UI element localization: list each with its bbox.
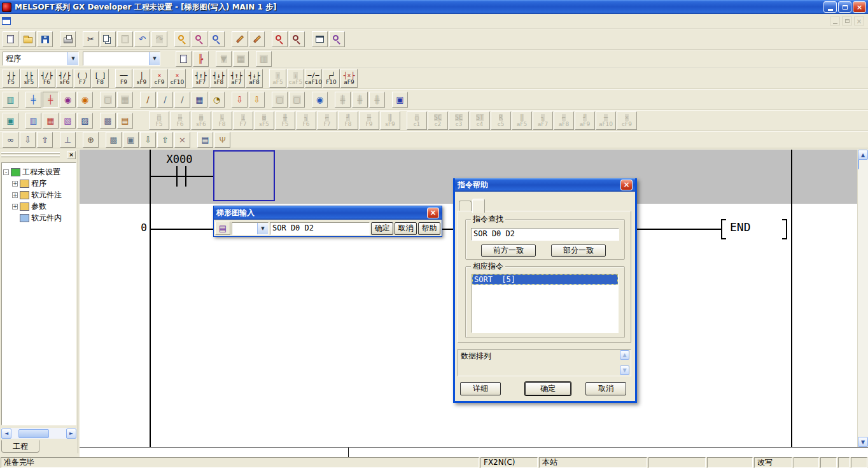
menu-edit[interactable] <box>25 20 35 22</box>
undo-button[interactable]: ↶ <box>134 31 150 47</box>
tree-expander-icon[interactable]: - <box>3 169 9 175</box>
cut-button[interactable]: ✂ <box>83 31 99 47</box>
sfc-se-attribute-button[interactable]: SE c3 <box>449 111 469 130</box>
comment-monitor-button[interactable]: ▣ <box>392 92 408 108</box>
sfc-block-step-button[interactable]: ⊠ sF5 <box>254 111 274 130</box>
minimize-button[interactable] <box>823 1 837 13</box>
close-icon[interactable]: × <box>620 180 633 190</box>
close-icon[interactable]: × <box>427 208 439 218</box>
restore-button[interactable] <box>838 1 851 13</box>
front-match-button[interactable]: 前方一致 <box>481 245 536 257</box>
tree-root-project[interactable]: - 工程未设置 <box>2 166 76 178</box>
falling-pulse-branch-button[interactable]: ┤↓├ aF8 <box>246 69 263 88</box>
sfc-error-step-button[interactable]: ▦ <box>43 113 59 129</box>
sfc-step-jump-button[interactable]: ▧ <box>60 113 76 129</box>
device-comment-button[interactable] <box>232 31 248 47</box>
tree-expander-icon[interactable]: + <box>12 204 18 209</box>
zoom-in-button[interactable] <box>272 31 288 47</box>
closed-contact-button[interactable]: ┤/├ F6 <box>38 69 55 88</box>
application-instruction-button[interactable]: [ ] F8 <box>92 69 109 88</box>
device-test-2-button[interactable]: ╪ <box>352 92 368 108</box>
rising-pulse-button[interactable]: ┤↑├ sF7 <box>192 69 209 88</box>
save-project-button[interactable] <box>37 31 53 47</box>
chevron-down-icon[interactable]: ▼ <box>149 52 160 65</box>
horizontal-line-button[interactable]: ── F9 <box>115 69 132 88</box>
program-check-button[interactable]: ▼ <box>216 51 232 67</box>
sfc-simultaneous-divergence-button[interactable]: ⌐ F7 <box>317 111 337 130</box>
help-button[interactable]: 帮助 <box>418 222 440 235</box>
sfc-step-write-button[interactable]: ▣ <box>3 113 18 129</box>
sfc-st-attribute-button[interactable]: ST c4 <box>470 111 490 130</box>
device-test-3-button[interactable]: ╪ <box>369 92 385 108</box>
delete-horizontal-line-button[interactable]: × cF9 <box>151 69 168 88</box>
open-project-button[interactable] <box>20 31 36 47</box>
sfc-selection-divergence-button[interactable]: ┐ F6 <box>296 111 316 130</box>
monitor-mode-button[interactable]: ◉ <box>60 92 76 108</box>
project-tab[interactable]: 工程 <box>1 440 39 453</box>
sfc-selection-convergence-button[interactable]: ┘ F8 <box>338 111 358 130</box>
program-batch-button[interactable]: ▦ <box>233 51 249 67</box>
scroll-up-icon[interactable]: ▲ <box>620 350 629 360</box>
menu-window[interactable] <box>96 20 106 22</box>
instruction-result-list[interactable]: SORT [5] <box>472 274 619 333</box>
draw-line-button[interactable]: ┌┘ F10 <box>323 69 340 88</box>
sfc-line-delete-button[interactable]: × cF9 <box>617 111 637 130</box>
pc-write-button[interactable]: ⇩ <box>232 92 248 108</box>
multi-screen-button[interactable]: ▣ <box>123 132 139 148</box>
instruction-search-input[interactable]: SOR D0 D2 <box>471 228 619 241</box>
scroll-thumb[interactable] <box>858 159 859 169</box>
open-branch-button[interactable]: ┤├ sF5 <box>20 69 38 88</box>
close-button[interactable]: × <box>853 1 866 13</box>
cut-row-button[interactable]: × <box>174 132 190 148</box>
program-display-button[interactable]: ▢ <box>100 92 116 108</box>
display-format-button[interactable]: ▦ <box>192 92 207 108</box>
new-project-button[interactable] <box>3 31 18 47</box>
list-item-selected[interactable]: SORT [5] <box>472 274 618 285</box>
project-data-list-button[interactable] <box>176 51 192 67</box>
monitor-start-button[interactable]: ◉ <box>312 92 328 108</box>
device-test-1-button[interactable]: ╪ <box>335 92 351 108</box>
zoom-out-button[interactable] <box>289 31 305 47</box>
ladder-logic-test-button[interactable]: ▥ <box>3 92 18 108</box>
panel-grip[interactable] <box>1 155 60 157</box>
ladder-tree-button[interactable]: ╠ <box>193 51 209 67</box>
sfc-simultaneous-draw-button[interactable]: ⌐ aF8 <box>554 111 574 130</box>
vertical-line-button[interactable]: │ sF9 <box>133 69 150 88</box>
menu-view[interactable] <box>55 20 66 22</box>
read-mode-button[interactable]: ╪ <box>25 92 41 108</box>
sfc-line-draw-button[interactable]: ─ aF10 <box>596 111 616 130</box>
description-scrollbar[interactable]: ▲ ▼ <box>620 350 630 375</box>
sfc-transition-button[interactable]: ┼ F5 <box>275 111 295 130</box>
pc-read-button[interactable]: ⇩ <box>249 92 265 108</box>
sfc-initial-step-button[interactable]: ▭ F6 <box>170 111 190 130</box>
find-contact-coil-button[interactable]: ⊕ <box>83 132 99 148</box>
detail-button[interactable]: 详细 <box>460 382 501 395</box>
tree-item-device-comment[interactable]: + 软元件注 <box>2 189 76 201</box>
copy-button[interactable] <box>100 31 116 47</box>
falling-pulse-op-button[interactable]: ↓ caF5 <box>287 69 304 88</box>
falling-pulse-button[interactable]: ┤↓├ sF8 <box>210 69 227 88</box>
sfc-sc-attribute-button[interactable]: SC c2 <box>428 111 448 130</box>
sfc-sort-button[interactable]: ▩ <box>100 113 116 129</box>
ladder-cursor-cell[interactable] <box>213 150 275 201</box>
panel-horizontal-scrollbar[interactable]: ◄ ► <box>1 428 76 439</box>
find-previous-button[interactable]: ⇧ <box>37 132 53 148</box>
redo-button[interactable]: ↷ <box>151 31 167 47</box>
comment-display-button[interactable]: ∕ <box>140 92 156 108</box>
coil-button[interactable]: ( ) F7 <box>74 69 91 88</box>
tree-item-device-memory[interactable]: 软元件内 <box>2 212 76 223</box>
scroll-thumb[interactable] <box>18 429 49 438</box>
vertical-scrollbar[interactable]: ▲ ▼ <box>857 150 868 447</box>
scroll-right-icon[interactable]: ► <box>66 429 76 439</box>
menu-diagnostics[interactable] <box>76 20 86 22</box>
cancel-button[interactable]: 取消 <box>585 382 626 395</box>
sfc-r-attribute-button[interactable]: R c5 <box>491 111 511 130</box>
line-jump-button[interactable]: ⊥ <box>60 132 76 148</box>
menu-convert[interactable] <box>45 20 55 22</box>
rising-pulse-op-button[interactable]: ↑ aF5 <box>269 69 286 88</box>
device-monitor-button[interactable]: ◔ <box>209 92 225 108</box>
scroll-down-icon[interactable]: ▼ <box>858 437 868 447</box>
note-display-button[interactable]: ∕ <box>174 92 190 108</box>
find-string-button[interactable] <box>209 31 225 47</box>
panel-close-button[interactable]: × <box>67 151 76 159</box>
